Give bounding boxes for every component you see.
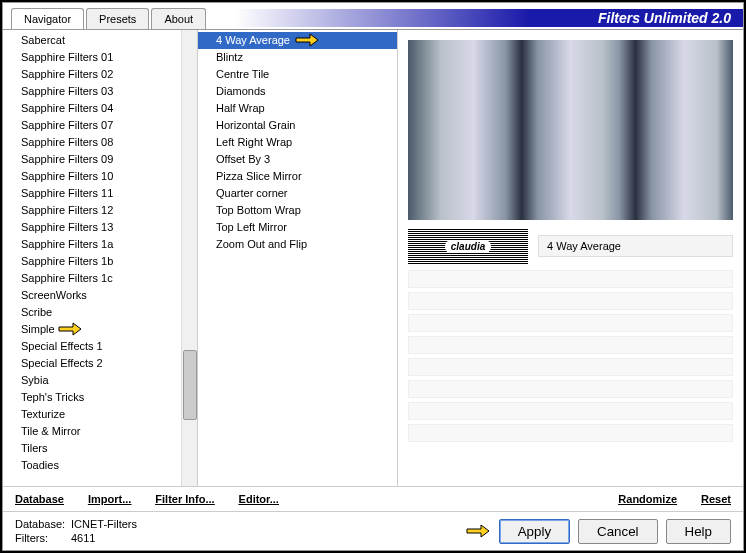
- category-column: SabercatSapphire Filters 01Sapphire Filt…: [3, 30, 198, 486]
- button-row: Apply Cancel Help: [465, 519, 731, 544]
- category-item[interactable]: ScreenWorks: [3, 287, 181, 304]
- category-item[interactable]: Sapphire Filters 02: [3, 66, 181, 83]
- randomize-button[interactable]: Randomize: [618, 493, 677, 505]
- import-button[interactable]: Import...: [88, 493, 131, 505]
- category-item[interactable]: Special Effects 1: [3, 338, 181, 355]
- category-item[interactable]: Tile & Mirror: [3, 423, 181, 440]
- category-item[interactable]: Scribe: [3, 304, 181, 321]
- header: NavigatorPresetsAbout Filters Unlimited …: [3, 3, 743, 29]
- category-scrollbar[interactable]: [181, 30, 197, 486]
- filter-item[interactable]: Offset By 3: [198, 151, 397, 168]
- filter-item[interactable]: 4 Way Average: [198, 32, 397, 49]
- param-row: [408, 270, 733, 288]
- param-row: [408, 424, 733, 442]
- cancel-button[interactable]: Cancel: [578, 519, 658, 544]
- category-item[interactable]: Simple: [3, 321, 181, 338]
- help-button[interactable]: Help: [666, 519, 731, 544]
- category-item[interactable]: Sapphire Filters 12: [3, 202, 181, 219]
- param-row: [408, 380, 733, 398]
- category-item[interactable]: Special Effects 2: [3, 355, 181, 372]
- tab-bar: NavigatorPresetsAbout: [11, 8, 208, 29]
- pointer-hand-icon: [57, 319, 83, 339]
- category-item[interactable]: Texturize: [3, 406, 181, 423]
- category-item[interactable]: Sapphire Filters 09: [3, 151, 181, 168]
- category-item[interactable]: Tilers: [3, 440, 181, 457]
- filter-info-row: claudia 4 Way Average: [408, 228, 733, 264]
- category-item[interactable]: Sapphire Filters 1c: [3, 270, 181, 287]
- filter-item[interactable]: Horizontal Grain: [198, 117, 397, 134]
- filter-item[interactable]: Quarter corner: [198, 185, 397, 202]
- db-value: ICNET-Filters: [71, 518, 137, 530]
- category-item[interactable]: Sapphire Filters 03: [3, 83, 181, 100]
- category-item[interactable]: Sapphire Filters 11: [3, 185, 181, 202]
- category-item[interactable]: Teph's Tricks: [3, 389, 181, 406]
- tab-navigator[interactable]: Navigator: [11, 8, 84, 29]
- category-item[interactable]: Toadies: [3, 457, 181, 474]
- pointer-hand-icon: [294, 30, 320, 50]
- preview-column: claudia 4 Way Average: [398, 30, 743, 486]
- category-item[interactable]: Sapphire Filters 1b: [3, 253, 181, 270]
- scroll-thumb[interactable]: [183, 350, 197, 420]
- author-logo: claudia: [408, 228, 528, 264]
- filter-list[interactable]: 4 Way AverageBlintzCentre TileDiamondsHa…: [198, 30, 397, 486]
- main-panel: SabercatSapphire Filters 01Sapphire Filt…: [3, 29, 743, 486]
- current-filter-name: 4 Way Average: [538, 235, 733, 257]
- filter-item[interactable]: Zoom Out and Flip: [198, 236, 397, 253]
- filter-item[interactable]: Left Right Wrap: [198, 134, 397, 151]
- category-item[interactable]: Sapphire Filters 08: [3, 134, 181, 151]
- filter-item[interactable]: Blintz: [198, 49, 397, 66]
- preview-image: [408, 40, 733, 220]
- filter-item[interactable]: Top Bottom Wrap: [198, 202, 397, 219]
- filter-info-button[interactable]: Filter Info...: [155, 493, 214, 505]
- category-item[interactable]: Sybia: [3, 372, 181, 389]
- param-row: [408, 336, 733, 354]
- status-info: Database: ICNET-Filters Filters: 4611: [15, 518, 137, 544]
- category-item[interactable]: Sabercat: [3, 32, 181, 49]
- category-item[interactable]: Sapphire Filters 01: [3, 49, 181, 66]
- category-item[interactable]: Sapphire Filters 13: [3, 219, 181, 236]
- db-label: Database:: [15, 518, 71, 530]
- filter-column: 4 Way AverageBlintzCentre TileDiamondsHa…: [198, 30, 398, 486]
- category-item[interactable]: Sapphire Filters 1a: [3, 236, 181, 253]
- param-row: [408, 314, 733, 332]
- category-item[interactable]: Sapphire Filters 04: [3, 100, 181, 117]
- param-row: [408, 292, 733, 310]
- filter-item[interactable]: Half Wrap: [198, 100, 397, 117]
- tab-about[interactable]: About: [151, 8, 206, 29]
- reset-button[interactable]: Reset: [701, 493, 731, 505]
- pointer-hand-icon: [465, 521, 491, 541]
- filter-item[interactable]: Centre Tile: [198, 66, 397, 83]
- param-row: [408, 402, 733, 420]
- category-item[interactable]: Sapphire Filters 07: [3, 117, 181, 134]
- title-bar: Filters Unlimited 2.0: [208, 9, 743, 27]
- category-item[interactable]: Sapphire Filters 10: [3, 168, 181, 185]
- param-row: [408, 358, 733, 376]
- database-button[interactable]: Database: [15, 493, 64, 505]
- filter-item[interactable]: Diamonds: [198, 83, 397, 100]
- filter-item[interactable]: Top Left Mirror: [198, 219, 397, 236]
- filters-count-label: Filters:: [15, 532, 71, 544]
- app-title: Filters Unlimited 2.0: [598, 10, 731, 26]
- editor-button[interactable]: Editor...: [239, 493, 279, 505]
- category-list[interactable]: SabercatSapphire Filters 01Sapphire Filt…: [3, 30, 181, 486]
- apply-button[interactable]: Apply: [499, 519, 570, 544]
- main-window: NavigatorPresetsAbout Filters Unlimited …: [2, 2, 744, 551]
- filter-item[interactable]: Pizza Slice Mirror: [198, 168, 397, 185]
- tab-presets[interactable]: Presets: [86, 8, 149, 29]
- filters-count-value: 4611: [71, 532, 95, 544]
- bottom-bar: Database: ICNET-Filters Filters: 4611 Ap…: [3, 511, 743, 550]
- toolbar: Database Import... Filter Info... Editor…: [3, 486, 743, 511]
- author-logo-text: claudia: [445, 240, 491, 253]
